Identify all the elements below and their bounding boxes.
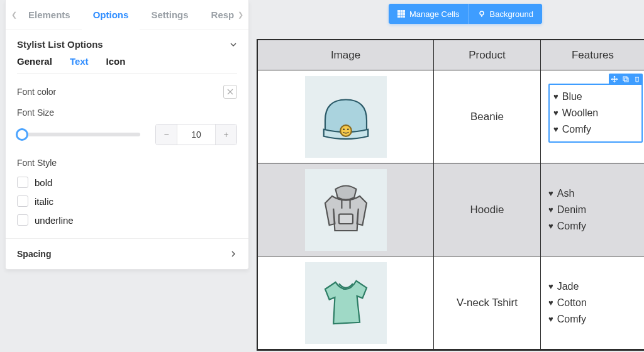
background-label: Background bbox=[490, 9, 533, 19]
cell-features-selected[interactable]: ♥Blue ♥Woollen ♥Comfy bbox=[541, 70, 644, 163]
tab-scroll-left[interactable]: ❮ bbox=[8, 11, 19, 19]
stepper-increment[interactable]: + bbox=[215, 124, 236, 145]
font-style-group: Font Style bold italic underline bbox=[17, 158, 237, 229]
spacing-label: Spacing bbox=[17, 249, 51, 259]
font-style-italic[interactable]: italic bbox=[17, 192, 237, 211]
background-button[interactable]: Background bbox=[469, 4, 542, 24]
list-item: ♥Jade bbox=[548, 278, 587, 295]
product-name: V-neck Tshirt bbox=[457, 297, 518, 309]
svg-rect-5 bbox=[397, 13, 400, 16]
section-spacing[interactable]: Spacing bbox=[6, 238, 248, 269]
svg-rect-6 bbox=[401, 13, 403, 16]
section-stylist-list: Stylist List Options General Text Icon F… bbox=[6, 30, 248, 269]
features-list: ♥Ash ♥Denim ♥Comfy bbox=[548, 185, 586, 234]
font-size-slider[interactable] bbox=[17, 128, 140, 141]
tab-bar: ❮ Elements Options Settings Resp ❯ bbox=[6, 0, 248, 30]
product-name: Hoodie bbox=[470, 204, 504, 216]
chevron-right-icon bbox=[230, 250, 237, 258]
heart-icon: ♥ bbox=[553, 121, 558, 138]
slider-track bbox=[17, 133, 140, 136]
grid-icon bbox=[397, 10, 405, 18]
product-name: Beanie bbox=[470, 111, 504, 123]
checkbox-underline[interactable] bbox=[17, 214, 28, 226]
checkbox-bold[interactable] bbox=[17, 177, 28, 188]
heart-icon: ♥ bbox=[548, 278, 553, 295]
svg-point-15 bbox=[347, 128, 348, 130]
slider-thumb[interactable] bbox=[16, 128, 28, 141]
sidebar-panel: ❮ Elements Options Settings Resp ❯ Styli… bbox=[5, 0, 249, 270]
cell-image[interactable] bbox=[258, 163, 434, 256]
font-size-label: Font Size bbox=[17, 107, 237, 118]
list-item: ♥Cotton bbox=[548, 295, 587, 311]
col-header-features: Features bbox=[541, 40, 644, 70]
svg-rect-17 bbox=[625, 78, 628, 82]
font-color-label: Font color bbox=[17, 87, 56, 97]
subtab-text[interactable]: Text bbox=[70, 56, 89, 67]
cell-image[interactable] bbox=[258, 256, 434, 349]
delete-icon[interactable] bbox=[631, 74, 643, 85]
heart-icon: ♥ bbox=[548, 185, 553, 202]
list-item: ♥Woollen bbox=[553, 105, 638, 121]
tab-settings[interactable]: Settings bbox=[140, 0, 199, 30]
cell-toolbar: Manage Cells Background bbox=[389, 4, 542, 24]
bold-label: bold bbox=[35, 177, 52, 188]
underline-label: underline bbox=[35, 215, 74, 226]
font-style-underline[interactable]: underline bbox=[17, 211, 237, 229]
svg-rect-4 bbox=[403, 10, 405, 13]
tab-options[interactable]: Options bbox=[82, 0, 140, 30]
svg-rect-3 bbox=[401, 10, 403, 13]
cell-product[interactable]: V-neck Tshirt bbox=[434, 256, 541, 349]
stepper-decrement[interactable]: − bbox=[156, 124, 177, 145]
svg-rect-9 bbox=[401, 16, 403, 18]
list-item: ♥Comfy bbox=[553, 121, 638, 138]
bulb-icon bbox=[478, 10, 486, 18]
svg-rect-16 bbox=[623, 77, 627, 80]
font-style-bold[interactable]: bold bbox=[17, 173, 237, 192]
list-item: ♥Blue bbox=[553, 89, 638, 105]
col-header-image: Image bbox=[258, 40, 434, 70]
product-table: Image Product Features Beanie bbox=[257, 39, 644, 351]
italic-label: italic bbox=[35, 196, 53, 207]
move-icon[interactable] bbox=[609, 74, 620, 85]
chevron-down-icon bbox=[230, 41, 237, 48]
manage-cells-button[interactable]: Manage Cells bbox=[389, 4, 469, 24]
features-list: ♥Blue ♥Woollen ♥Comfy bbox=[553, 89, 638, 138]
duplicate-icon[interactable] bbox=[620, 74, 631, 85]
svg-rect-18 bbox=[339, 214, 353, 223]
table-row: V-neck Tshirt ♥Jade ♥Cotton ♥Comfy bbox=[258, 256, 644, 349]
svg-rect-10 bbox=[403, 16, 405, 18]
svg-rect-7 bbox=[403, 13, 405, 16]
stepper-value[interactable]: 10 bbox=[177, 124, 215, 145]
tab-scroll-right[interactable]: ❯ bbox=[235, 11, 246, 19]
subtab-general[interactable]: General bbox=[17, 56, 52, 67]
list-item: ♥Comfy bbox=[548, 218, 586, 234]
table-row: Hoodie ♥Ash ♥Denim ♥Comfy bbox=[258, 163, 644, 256]
product-image-hoodie bbox=[305, 169, 387, 251]
cell-features[interactable]: ♥Ash ♥Denim ♥Comfy bbox=[541, 163, 644, 256]
cell-features[interactable]: ♥Jade ♥Cotton ♥Comfy bbox=[541, 256, 644, 349]
block-tools bbox=[609, 74, 643, 85]
heart-icon: ♥ bbox=[548, 218, 553, 234]
font-size-stepper: − 10 + bbox=[155, 124, 237, 145]
section-header[interactable]: Stylist List Options bbox=[17, 39, 237, 56]
cell-image[interactable] bbox=[258, 70, 434, 163]
font-size-row: Font Size − 10 + bbox=[17, 107, 237, 145]
list-item: ♥Denim bbox=[548, 202, 586, 218]
heart-icon: ♥ bbox=[548, 202, 553, 218]
checkbox-italic[interactable] bbox=[17, 195, 28, 207]
list-item: ♥Comfy bbox=[548, 311, 587, 327]
selected-features-block[interactable]: ♥Blue ♥Woollen ♥Comfy bbox=[548, 84, 643, 143]
tab-responsive[interactable]: Resp bbox=[200, 0, 235, 30]
svg-rect-8 bbox=[397, 16, 400, 18]
svg-point-11 bbox=[480, 11, 484, 15]
heart-icon: ♥ bbox=[548, 295, 553, 311]
list-item: ♥Ash bbox=[548, 185, 586, 202]
subtab-icon[interactable]: Icon bbox=[106, 56, 126, 67]
font-color-empty[interactable] bbox=[223, 85, 237, 99]
heart-icon: ♥ bbox=[548, 311, 553, 327]
manage-cells-label: Manage Cells bbox=[409, 9, 460, 19]
section-title: Stylist List Options bbox=[17, 39, 103, 50]
tab-elements[interactable]: Elements bbox=[19, 0, 82, 30]
cell-product[interactable]: Hoodie bbox=[434, 163, 541, 256]
cell-product[interactable]: Beanie bbox=[434, 70, 541, 163]
